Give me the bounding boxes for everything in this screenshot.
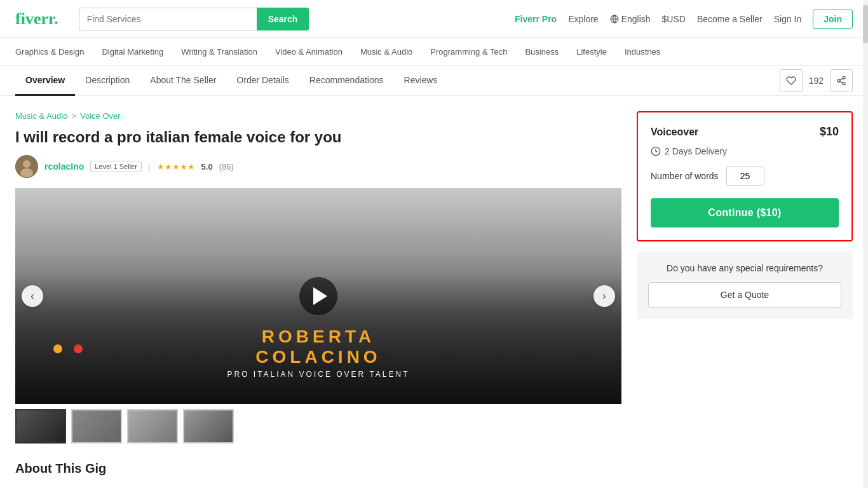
seller-name[interactable]: rcolacIno — [44, 161, 84, 172]
svg-point-9 — [20, 168, 33, 177]
search-input[interactable] — [79, 8, 257, 30]
play-button[interactable] — [299, 277, 337, 315]
number-words-label: Number of words — [651, 171, 719, 181]
delivery-label: 2 Days Delivery — [665, 146, 727, 156]
globe-icon — [610, 15, 619, 24]
gallery-prev-button[interactable]: ‹ — [22, 285, 43, 307]
tab-reviews[interactable]: Reviews — [394, 66, 448, 96]
rating-score: 5.0 — [201, 162, 213, 172]
search-button[interactable]: Search — [257, 8, 309, 30]
star-rating: ★★★★★ — [157, 162, 195, 172]
thumbnail-2[interactable] — [71, 409, 122, 444]
photo-name-line1: ROBERTA — [15, 327, 621, 347]
logo[interactable]: fiverr. — [15, 10, 58, 29]
tab-recommendations[interactable]: Recommendations — [299, 66, 394, 96]
language-label: English — [621, 14, 651, 24]
scrollbar-thumb[interactable] — [863, 5, 868, 43]
thumbnail-3[interactable] — [127, 409, 178, 444]
quote-card: Do you have any special requirements? Ge… — [637, 252, 853, 319]
cat-industries[interactable]: Industries — [625, 47, 660, 57]
tab-overview[interactable]: Overview — [15, 66, 75, 96]
top-navigation: fiverr. Search Fiverr Pro Explore Englis… — [0, 0, 868, 38]
like-count: 192 — [809, 76, 824, 86]
logo-text: fiverr — [15, 10, 54, 28]
heart-icon — [786, 76, 796, 86]
like-button[interactable] — [780, 69, 803, 92]
explore-link[interactable]: Explore — [568, 14, 598, 24]
order-card: Voiceover $10 2 Days Delivery Number of … — [637, 111, 853, 241]
tab-order-details[interactable]: Order Details — [226, 66, 299, 96]
photo-text: ROBERTA COLACINO PRO ITALIAN VOICE OVER … — [15, 327, 621, 379]
svg-point-8 — [23, 160, 31, 168]
gallery-next-button[interactable]: › — [593, 285, 615, 307]
get-quote-button[interactable]: Get a Quote — [648, 282, 841, 308]
fiverr-pro-link[interactable]: Fiverr Pro — [515, 14, 557, 24]
breadcrumb-subcategory[interactable]: Voice Over — [80, 111, 121, 121]
continue-button[interactable]: Continue ($10) — [651, 198, 839, 227]
thumbnail-1[interactable] — [15, 409, 66, 444]
page-tabs: Overview Description About The Seller Or… — [0, 66, 868, 96]
svg-line-5 — [840, 81, 843, 83]
left-panel: Music & Audio > Voice Over I will record… — [15, 111, 621, 486]
join-button[interactable]: Join — [813, 10, 853, 29]
category-navigation: Graphics & Design Digital Marketing Writ… — [0, 38, 868, 66]
seller-level-badge: Level 1 Seller — [90, 161, 142, 172]
currency-selector[interactable]: $USD — [662, 14, 686, 24]
cat-lifestyle[interactable]: Lifestyle — [576, 47, 607, 57]
photo-name-line2: COLACINO — [15, 347, 621, 367]
order-price: $10 — [820, 125, 839, 139]
breadcrumb-separator: > — [71, 111, 76, 121]
clock-icon — [651, 146, 661, 156]
thumbnails — [15, 409, 621, 444]
breadcrumb-category[interactable]: Music & Audio — [15, 111, 67, 121]
cat-business[interactable]: Business — [525, 47, 559, 57]
nav-left: fiverr. Search — [15, 8, 309, 30]
order-card-title: Voiceover — [651, 126, 698, 138]
tab-about-seller[interactable]: About The Seller — [140, 66, 226, 96]
seller-info: rcolacIno Level 1 Seller | ★★★★★ 5.0 (86… — [15, 155, 621, 178]
quote-text: Do you have any special requirements? — [648, 263, 841, 273]
photo-subtitle: PRO ITALIAN VOICE OVER TALENT — [15, 370, 621, 379]
sign-in-link[interactable]: Sign In — [774, 14, 802, 24]
right-panel: Voiceover $10 2 Days Delivery Number of … — [637, 111, 853, 486]
search-bar: Search — [79, 8, 309, 30]
delivery-row: 2 Days Delivery — [651, 146, 839, 156]
scrollbar-track[interactable] — [863, 0, 868, 486]
language-selector[interactable]: English — [610, 14, 651, 24]
review-count: (86) — [219, 162, 234, 172]
svg-point-3 — [837, 79, 840, 82]
thumbnail-4[interactable] — [183, 409, 234, 444]
tabs-actions: 192 — [780, 69, 853, 92]
image-gallery: ROBERTA COLACINO PRO ITALIAN VOICE OVER … — [15, 188, 621, 444]
cat-writing-translation[interactable]: Writing & Translation — [181, 47, 257, 57]
tab-description[interactable]: Description — [75, 66, 140, 96]
become-seller-link[interactable]: Become a Seller — [697, 14, 763, 24]
avatar — [15, 155, 38, 178]
svg-line-6 — [840, 78, 843, 80]
about-gig-title: About This Gig — [15, 461, 621, 476]
cat-graphics-design[interactable]: Graphics & Design — [15, 47, 84, 57]
svg-point-4 — [843, 83, 845, 85]
breadcrumb: Music & Audio > Voice Over — [15, 111, 621, 121]
main-image: ROBERTA COLACINO PRO ITALIAN VOICE OVER … — [15, 188, 621, 404]
main-content: Music & Audio > Voice Over I will record… — [0, 96, 868, 486]
logo-dot: . — [54, 10, 58, 28]
nav-right: Fiverr Pro Explore English $USD Become a… — [515, 10, 853, 29]
gig-title: I will record a pro italian female voice… — [15, 128, 621, 146]
tabs-list: Overview Description About The Seller Or… — [15, 66, 447, 95]
number-of-words-row: Number of words — [651, 166, 839, 186]
share-icon — [836, 76, 846, 86]
cat-programming-tech[interactable]: Programming & Tech — [430, 47, 507, 57]
share-button[interactable] — [830, 69, 853, 92]
svg-point-2 — [843, 76, 845, 79]
order-card-header: Voiceover $10 — [651, 125, 839, 139]
avatar-image — [15, 155, 38, 178]
separator: | — [148, 161, 151, 172]
number-words-input[interactable] — [726, 166, 764, 186]
cat-music-audio[interactable]: Music & Audio — [360, 47, 412, 57]
cat-video-animation[interactable]: Video & Animation — [275, 47, 342, 57]
cat-digital-marketing[interactable]: Digital Marketing — [102, 47, 163, 57]
